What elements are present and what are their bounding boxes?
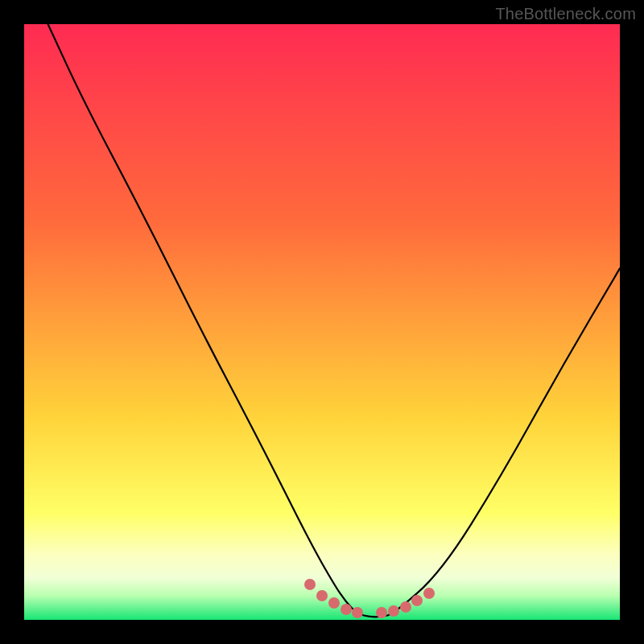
highlight-dot <box>304 579 316 590</box>
highlight-dot <box>411 595 423 606</box>
highlight-dot <box>388 605 399 617</box>
highlight-dot <box>328 597 340 609</box>
highlight-dot <box>316 590 328 601</box>
highlight-dot <box>376 607 387 618</box>
highlight-dot <box>341 604 352 615</box>
highlight-dot <box>423 588 435 599</box>
dot-layer <box>24 24 620 620</box>
watermark-text: TheBottleneck.com <box>495 5 636 23</box>
highlight-dot <box>400 601 411 613</box>
plot-area <box>24 24 620 620</box>
highlight-dot <box>352 607 363 618</box>
chart-frame: TheBottleneck.com <box>0 0 644 644</box>
